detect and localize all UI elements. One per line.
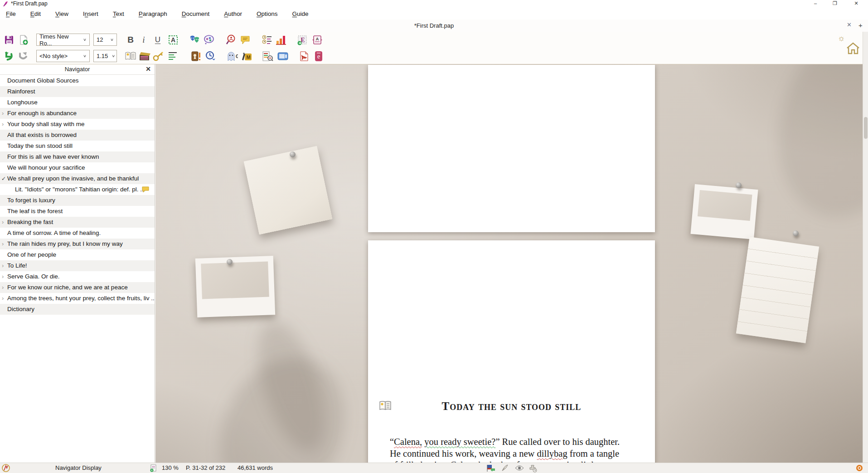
zoom-level[interactable]: 130 % bbox=[162, 464, 179, 471]
stamp-clock-icon[interactable] bbox=[529, 464, 537, 473]
navigator-item[interactable]: ✓We shall prey upon the invasive, and be… bbox=[0, 173, 155, 184]
navigator-item[interactable]: ›Breaking the fast bbox=[0, 217, 155, 228]
undo-icon[interactable] bbox=[3, 50, 15, 63]
device-preview-icon[interactable] bbox=[276, 50, 289, 63]
events-timeline-icon[interactable] bbox=[261, 34, 273, 46]
marker-icon[interactable]: M bbox=[240, 50, 253, 63]
expand-chevron-icon[interactable]: › bbox=[2, 119, 4, 130]
pinned-polaroid[interactable] bbox=[690, 184, 758, 239]
chapter-heading[interactable]: Today the sun stood still bbox=[368, 400, 655, 413]
expand-chevron-icon[interactable]: › bbox=[2, 293, 4, 304]
navigator-header[interactable]: Navigator ✕ bbox=[0, 64, 155, 75]
navigator-item[interactable]: Longhouse bbox=[0, 97, 155, 108]
menu-insert[interactable]: Insert bbox=[83, 9, 98, 19]
ghost-reader-icon[interactable]: G bbox=[226, 50, 238, 63]
document-workspace[interactable]: Today the sun stood still “Calena, you r… bbox=[155, 64, 863, 463]
quill-icon[interactable] bbox=[501, 464, 509, 472]
tab-close-icon[interactable]: ✕ bbox=[847, 21, 852, 28]
expand-chevron-icon[interactable]: › bbox=[2, 271, 4, 282]
pinned-polaroid[interactable] bbox=[195, 256, 275, 317]
navigator-item[interactable]: We will honour your sacrifice bbox=[0, 162, 155, 173]
expand-chevron-icon[interactable]: › bbox=[2, 217, 4, 228]
zoom-page-icon[interactable] bbox=[150, 464, 157, 472]
thinking-bubble-icon[interactable] bbox=[203, 34, 215, 46]
scenes-clapperboard-icon[interactable] bbox=[138, 50, 151, 63]
navigator-item[interactable]: Document Global Sources bbox=[0, 75, 155, 86]
expand-chevron-icon[interactable]: › bbox=[2, 108, 4, 119]
navigator-item[interactable]: Dictionary bbox=[0, 304, 155, 315]
menu-edit[interactable]: Edit bbox=[30, 9, 41, 19]
search-list-icon[interactable] bbox=[262, 50, 274, 63]
paragraph-style-select[interactable]: <No style>∨ bbox=[36, 50, 90, 62]
menu-document[interactable]: Document bbox=[182, 9, 210, 19]
tab-add-icon[interactable]: + bbox=[858, 21, 863, 29]
language-flag-icon[interactable] bbox=[487, 464, 496, 472]
manuscript-page-1[interactable] bbox=[368, 65, 655, 232]
font-size-select[interactable]: 12∨ bbox=[93, 34, 117, 46]
navigator-item[interactable]: For this is all we have ever known bbox=[0, 151, 155, 162]
navigator-close-icon[interactable]: ✕ bbox=[145, 65, 151, 73]
expand-chevron-icon[interactable]: › bbox=[2, 260, 4, 271]
menu-guide[interactable]: Guide bbox=[292, 9, 309, 19]
navigator-item[interactable]: ›Your body shall stay with me bbox=[0, 119, 155, 130]
expand-chevron-icon[interactable]: › bbox=[2, 282, 4, 293]
navigator-item[interactable]: The leaf is the forest bbox=[0, 206, 155, 217]
export-table-icon[interactable]: E bbox=[296, 34, 309, 46]
line-spacing-select[interactable]: 1.15∨ bbox=[93, 50, 117, 62]
word-count[interactable]: 46,631 words bbox=[238, 464, 273, 471]
navigator-item[interactable]: A time of sorrow. A time of healing. bbox=[0, 228, 155, 239]
status-mode-label[interactable]: Navigator Display bbox=[55, 464, 102, 471]
daylight-toggle-icon[interactable]: ☼ bbox=[838, 34, 845, 43]
comment-bubble-icon[interactable] bbox=[142, 186, 149, 193]
navigator-item[interactable]: One of her people bbox=[0, 249, 155, 260]
close-button[interactable]: ✕ bbox=[849, 0, 864, 7]
page-indicator[interactable]: P. 31-32 of 232 bbox=[186, 464, 225, 471]
eye-icon[interactable] bbox=[515, 465, 524, 471]
expand-chevron-icon[interactable]: › bbox=[2, 239, 4, 249]
menu-text[interactable]: Text bbox=[113, 9, 124, 19]
home-icon[interactable] bbox=[845, 41, 861, 55]
navigator-item[interactable]: To forget is luxury bbox=[0, 195, 155, 206]
menu-view[interactable]: View bbox=[55, 9, 68, 19]
navigator-item[interactable]: Lit. "Idiots" or "morons" Tahitian origi… bbox=[0, 184, 155, 195]
active-document-tab[interactable]: *First Draft.pap bbox=[0, 22, 868, 29]
minimize-button[interactable]: – bbox=[808, 0, 823, 7]
pdf-export-icon[interactable] bbox=[298, 50, 310, 63]
menu-author[interactable]: Author bbox=[224, 9, 242, 19]
manuscript-page-2[interactable]: Today the sun stood still “Calena, you r… bbox=[368, 240, 655, 463]
epub-export-icon[interactable]: e bbox=[312, 50, 325, 63]
reading-aid-icon[interactable]: A bbox=[311, 34, 324, 46]
restore-button[interactable]: ❐ bbox=[827, 0, 843, 7]
time-pin-icon[interactable] bbox=[204, 50, 217, 63]
statistics-icon[interactable] bbox=[275, 34, 287, 46]
navigator-item[interactable]: All that exists is borrowed bbox=[0, 130, 155, 141]
navigator-item[interactable]: ›The rain hides my prey, but I know my w… bbox=[0, 239, 155, 249]
menu-options[interactable]: Options bbox=[257, 9, 278, 19]
italic-button[interactable]: i bbox=[137, 34, 150, 46]
underline-button[interactable]: U bbox=[151, 34, 164, 46]
comment-icon[interactable] bbox=[239, 34, 252, 46]
key-icon[interactable] bbox=[152, 50, 165, 63]
navigator-item[interactable]: ›Among the trees, hunt your prey, collec… bbox=[0, 293, 155, 304]
navigator-item[interactable]: Rainforest bbox=[0, 86, 155, 97]
font-family-select[interactable]: Times New Ro...∨ bbox=[36, 34, 90, 46]
bold-button[interactable]: B bbox=[124, 34, 137, 46]
navigator-item[interactable]: ›Serve Gaia. Or die. bbox=[0, 271, 155, 282]
characters-masks-icon[interactable] bbox=[189, 34, 201, 46]
navigator-item[interactable]: ›For we know our niche, and we are at pe… bbox=[0, 282, 155, 293]
search-character-icon[interactable] bbox=[224, 34, 237, 46]
pinned-sticky-note[interactable] bbox=[244, 146, 333, 235]
notebook-icon[interactable] bbox=[124, 50, 137, 63]
new-document-icon[interactable] bbox=[17, 34, 30, 46]
scrollbar-thumb[interactable] bbox=[864, 117, 868, 139]
menu-paragraph[interactable]: Paragraph bbox=[139, 9, 167, 19]
chapter-body-text[interactable]: “Calena, you ready sweetie?” Rue called … bbox=[390, 436, 627, 463]
sync-status-icon[interactable] bbox=[856, 464, 863, 472]
navigator-item[interactable]: ›To Life! bbox=[0, 260, 155, 271]
privacy-keyhole-icon[interactable] bbox=[189, 50, 202, 63]
text-style-icon[interactable]: A bbox=[167, 34, 179, 46]
outline-icon[interactable] bbox=[166, 50, 179, 63]
pinned-lined-note[interactable] bbox=[736, 237, 819, 343]
redo-icon[interactable] bbox=[17, 50, 30, 63]
navigator-item[interactable]: ›For enough is abundance bbox=[0, 108, 155, 119]
